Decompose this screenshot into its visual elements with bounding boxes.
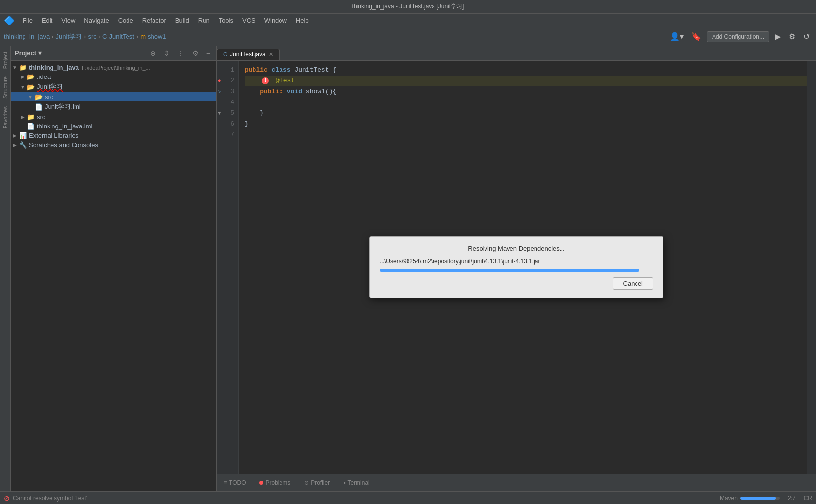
menu-code[interactable]: Code xyxy=(114,16,137,25)
bottom-tab-problems[interactable]: Problems xyxy=(256,479,293,487)
main-area: Project Structure Favorites Project ▾ ⊕ … xyxy=(0,46,816,491)
account-icon-btn[interactable]: 👤▾ xyxy=(667,31,686,42)
menu-vcs[interactable]: VCS xyxy=(238,16,259,25)
line-num-7: 7 xyxy=(217,129,238,140)
maven-progress-fill xyxy=(740,497,776,500)
breadcrumb-project[interactable]: thinking_in_java xyxy=(4,33,50,40)
tree-src2-label: src xyxy=(37,113,45,121)
run-icon-btn[interactable]: ▶ xyxy=(772,31,783,42)
dialog-cancel-button[interactable]: Cancel xyxy=(613,277,653,290)
code-line-3: public void show1(){ xyxy=(245,86,807,97)
menu-refactor[interactable]: Refactor xyxy=(138,16,170,25)
menu-window[interactable]: Window xyxy=(260,16,291,25)
idea-folder-icon: 📂 xyxy=(26,73,35,80)
run-gutter-icon: ▷ xyxy=(218,86,221,97)
tree-src2[interactable]: ▶ 📁 src xyxy=(11,112,216,122)
breadcrumb-method[interactable]: show1 xyxy=(148,33,166,40)
right-scrollbar-strip xyxy=(807,61,816,474)
main-iml-icon: 📄 xyxy=(26,123,35,130)
tree-view: ▼ 📁 thinking_in_java F:\ideaProject\thin… xyxy=(11,61,216,491)
panel-scope-btn[interactable]: ⊕ xyxy=(148,49,158,58)
junit-module-icon: 📂 xyxy=(26,83,35,91)
tree-src-label: src xyxy=(45,93,53,101)
project-panel: Project ▾ ⊕ ⇕ ⋮ ⚙ − ▼ 📁 thinking_in_java… xyxy=(11,46,217,491)
line-ending: CR xyxy=(804,495,812,502)
menu-file[interactable]: File xyxy=(19,16,37,25)
bottom-tab-terminal[interactable]: ▪ Terminal xyxy=(340,479,373,487)
tree-main-iml-label: thinking_in_java.iml xyxy=(37,123,92,130)
dialog-title: Resolving Maven Dependencies... xyxy=(380,245,653,252)
tree-src-selected[interactable]: ▼ 📂 src xyxy=(11,92,216,101)
title-text: thinking_in_java - JunitTest.java [Junit… xyxy=(352,2,464,11)
sidebar-item-structure[interactable]: Structure xyxy=(1,73,9,102)
menu-help[interactable]: Help xyxy=(292,16,313,25)
code-line-2: ! @Test xyxy=(245,76,807,86)
project-icon: 📁 xyxy=(19,64,27,71)
scratches-icon: 🔧 xyxy=(19,141,27,149)
problems-label: Problems xyxy=(265,479,290,486)
code-editor: 1 ●2 ▷3 4 ▼5 6 7 public class JunitTest … xyxy=(217,61,816,474)
tree-scratches-label: Scratches and Consoles xyxy=(29,141,98,149)
code-line-7 xyxy=(245,129,807,140)
tree-idea[interactable]: ▶ 📂 .idea xyxy=(11,72,216,81)
panel-more-btn[interactable]: ⋮ xyxy=(176,49,186,58)
error-gutter-icon: ● xyxy=(218,76,221,86)
resolving-dialog: Resolving Maven Dependencies... ...\User… xyxy=(369,236,663,298)
tree-main-iml[interactable]: 📄 thinking_in_java.iml xyxy=(11,122,216,131)
line-num-2: ●2 xyxy=(217,76,238,86)
maven-progress-bar xyxy=(740,497,780,500)
status-left: ⊘ Cannot resolve symbol 'Test' xyxy=(4,494,720,502)
line-num-5: ▼5 xyxy=(217,108,238,119)
menu-edit[interactable]: Edit xyxy=(38,16,56,25)
line-numbers: 1 ●2 ▷3 4 ▼5 6 7 xyxy=(217,61,239,474)
status-error-text: Cannot resolve symbol 'Test' xyxy=(13,495,87,502)
panel-collapse-all-btn[interactable]: ⇕ xyxy=(162,49,172,58)
tree-idea-label: .idea xyxy=(37,73,51,80)
bookmark-icon-btn[interactable]: 🔖 xyxy=(689,31,704,42)
build-icon-btn[interactable]: ⚙ xyxy=(786,31,798,42)
toolbar-right: 👤▾ 🔖 Add Configuration... ▶ ⚙ ↺ xyxy=(667,31,812,42)
sidebar-item-project[interactable]: Project xyxy=(1,48,9,73)
panel-settings-btn[interactable]: ⚙ xyxy=(190,49,201,58)
src-folder-icon: 📂 xyxy=(34,93,43,101)
panel-minimize-btn[interactable]: − xyxy=(204,49,212,58)
line-num-6: 6 xyxy=(217,119,238,129)
tree-root[interactable]: ▼ 📁 thinking_in_java F:\ideaProject\thin… xyxy=(11,63,216,72)
tab-junitest[interactable]: C JunitTest.java ✕ xyxy=(217,49,280,60)
panel-header: Project ▾ ⊕ ⇕ ⋮ ⚙ − xyxy=(11,46,216,61)
breadcrumb-src[interactable]: src xyxy=(88,33,96,40)
tree-ext-libs[interactable]: ▶ 📊 External Libraries xyxy=(11,131,216,140)
menu-view[interactable]: View xyxy=(57,16,79,25)
update-icon-btn[interactable]: ↺ xyxy=(801,31,812,42)
tab-close-btn[interactable]: ✕ xyxy=(269,51,273,58)
bottom-panel: ≡ TODO Problems ⊙ Profiler ▪ Terminal xyxy=(217,474,816,491)
tree-junit-module[interactable]: ▼ 📂 Junit学习 xyxy=(11,81,216,92)
bottom-tab-profiler[interactable]: ⊙ Profiler xyxy=(301,479,332,487)
dialog-progress-bar xyxy=(380,269,639,272)
app-logo-icon: 🔷 xyxy=(4,15,15,26)
tab-bar: C JunitTest.java ✕ xyxy=(217,46,816,61)
code-line-5: } xyxy=(245,108,807,119)
title-bar: thinking_in_java - JunitTest.java [Junit… xyxy=(0,0,816,14)
problems-error-dot xyxy=(259,481,263,485)
bottom-tab-todo[interactable]: ≡ TODO xyxy=(221,479,249,487)
menu-tools[interactable]: Tools xyxy=(215,16,237,25)
tree-scratches[interactable]: ▶ 🔧 Scratches and Consoles xyxy=(11,140,216,150)
code-line-6: } xyxy=(245,119,807,129)
menu-build[interactable]: Build xyxy=(171,16,193,25)
inline-error-icon: ! xyxy=(262,77,269,84)
menu-run[interactable]: Run xyxy=(194,16,214,25)
tree-junit-iml[interactable]: 📄 Junit学习.iml xyxy=(11,101,216,112)
toolbar: thinking_in_java › Junit学习 › src › C Jun… xyxy=(0,27,816,46)
menu-navigate[interactable]: Navigate xyxy=(80,16,113,25)
tree-root-label: thinking_in_java xyxy=(29,64,79,71)
breadcrumb-module[interactable]: Junit学习 xyxy=(56,32,82,41)
line-num-1: 1 xyxy=(217,65,238,76)
tree-junit-label: Junit学习 xyxy=(37,82,63,91)
terminal-icon: ▪ xyxy=(343,479,345,486)
profiler-icon: ⊙ xyxy=(304,479,309,486)
sidebar-item-favorites[interactable]: Favorites xyxy=(1,102,9,132)
line-num-3: ▷3 xyxy=(217,86,238,97)
add-configuration-button[interactable]: Add Configuration... xyxy=(707,31,769,42)
breadcrumb-class[interactable]: JunitTest xyxy=(109,33,134,40)
